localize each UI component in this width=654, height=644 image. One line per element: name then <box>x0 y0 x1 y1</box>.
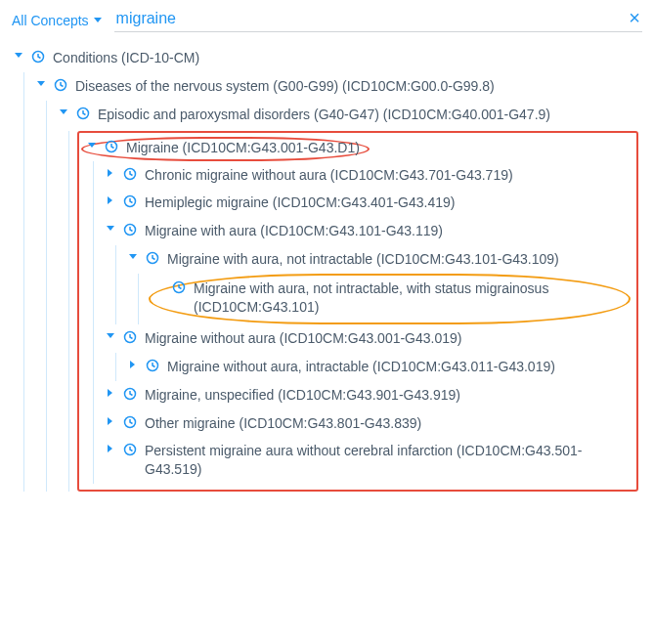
search-input[interactable] <box>114 8 642 29</box>
tree-node-with-aura: Migraine with aura (ICD10CM:G43.101-G43.… <box>104 217 631 324</box>
clock-icon <box>31 50 47 65</box>
clock-icon <box>76 107 92 122</box>
row-migraine[interactable]: Migraine (ICD10CM:G43.001-G43.D1) <box>81 137 370 161</box>
node-label: Hemiplegic migraine (ICD10CM:G43.401-G43… <box>145 193 455 212</box>
row-nervous-system[interactable]: Diseases of the nervous system (G00-G99)… <box>34 72 642 101</box>
row-with-aura[interactable]: Migraine with aura (ICD10CM:G43.101-G43.… <box>104 217 631 245</box>
clock-icon <box>172 280 188 296</box>
node-label: Migraine with aura, not intractable, wit… <box>194 279 623 317</box>
topbar: All Concepts × <box>12 8 642 32</box>
clock-icon <box>105 140 120 155</box>
row-persistent[interactable]: Persistent migraine aura without cerebra… <box>104 437 631 484</box>
row-conditions[interactable]: Conditions (ICD-10-CM) <box>12 44 642 72</box>
highlight-orange-ellipse: Migraine with aura, not intractable, wit… <box>149 274 631 324</box>
chevron-down-icon[interactable] <box>104 224 117 234</box>
tree-node-without-aura-intractable: Migraine without aura, intractable (ICD1… <box>126 353 631 381</box>
clear-icon[interactable]: × <box>629 8 640 27</box>
node-label: Migraine with aura (ICD10CM:G43.101-G43.… <box>145 222 443 240</box>
node-label: Migraine (ICD10CM:G43.001-G43.D1) <box>126 139 360 157</box>
row-episodic[interactable]: Episodic and paroxysmal disorders (G40-G… <box>57 101 642 129</box>
chevron-right-icon[interactable] <box>104 388 117 398</box>
row-status-migrainosus[interactable]: Migraine with aura, not intractable, wit… <box>153 278 623 319</box>
node-label: Migraine, unspecified (ICD10CM:G43.901-G… <box>145 386 460 405</box>
clock-icon <box>123 223 139 238</box>
tree-node-not-intractable: Migraine with aura, not intractable (ICD… <box>126 245 631 324</box>
row-not-intractable[interactable]: Migraine with aura, not intractable (ICD… <box>126 245 631 274</box>
row-hemiplegic[interactable]: Hemiplegic migraine (ICD10CM:G43.401-G43… <box>104 189 631 217</box>
tree-node-conditions: Conditions (ICD-10-CM) Diseases of the n… <box>12 44 642 492</box>
chevron-right-icon[interactable] <box>104 444 117 453</box>
clock-icon <box>123 387 139 403</box>
chevron-down-icon[interactable] <box>104 331 117 341</box>
node-label: Other migraine (ICD10CM:G43.801-G43.839) <box>145 414 421 433</box>
clock-icon <box>123 415 139 431</box>
chevron-right-icon[interactable] <box>126 360 140 369</box>
tree-node-hemiplegic: Hemiplegic migraine (ICD10CM:G43.401-G43… <box>104 189 631 217</box>
tree-node-episodic: Episodic and paroxysmal disorders (G40-G… <box>57 101 642 492</box>
caret-down-icon <box>93 13 103 28</box>
row-unspecified[interactable]: Migraine, unspecified (ICD10CM:G43.901-G… <box>104 381 631 409</box>
row-chronic[interactable]: Chronic migraine without aura (ICD10CM:G… <box>104 161 631 190</box>
tree-node-persistent: Persistent migraine aura without cerebra… <box>104 437 631 484</box>
clock-icon <box>54 78 69 94</box>
tree-node-migraine: Migraine (ICD10CM:G43.001-G43.D1) <box>81 137 631 485</box>
clock-icon <box>123 194 139 210</box>
chevron-right-icon[interactable] <box>104 168 117 178</box>
chevron-down-icon[interactable] <box>12 51 25 61</box>
tree-node-other: Other migraine (ICD10CM:G43.801-G43.839) <box>104 409 631 438</box>
row-other[interactable]: Other migraine (ICD10CM:G43.801-G43.839) <box>104 409 631 438</box>
search-field-wrap: × <box>114 8 642 32</box>
chevron-down-icon[interactable] <box>57 107 70 117</box>
node-label: Migraine with aura, not intractable (ICD… <box>167 250 559 269</box>
chevron-down-icon[interactable] <box>34 79 48 89</box>
row-without-aura-intractable[interactable]: Migraine without aura, intractable (ICD1… <box>126 353 631 381</box>
row-without-aura[interactable]: Migraine without aura (ICD10CM:G43.001-G… <box>104 324 631 353</box>
chevron-down-icon[interactable] <box>85 141 99 150</box>
node-label: Conditions (ICD-10-CM) <box>53 49 199 67</box>
node-label: Episodic and paroxysmal disorders (G40-G… <box>98 106 550 124</box>
tree-node-chronic: Chronic migraine without aura (ICD10CM:G… <box>104 161 631 190</box>
node-label: Persistent migraine aura without cerebra… <box>145 442 631 479</box>
tree-node-nervous-system: Diseases of the nervous system (G00-G99)… <box>34 72 642 492</box>
node-label: Chronic migraine without aura (ICD10CM:G… <box>145 166 513 185</box>
node-label: Migraine without aura, intractable (ICD1… <box>167 358 555 376</box>
dropdown-label: All Concepts <box>12 13 89 28</box>
node-label: Migraine without aura (ICD10CM:G43.001-G… <box>145 329 462 348</box>
node-label: Diseases of the nervous system (G00-G99)… <box>75 77 495 96</box>
chevron-right-icon[interactable] <box>104 416 117 426</box>
concept-tree: Conditions (ICD-10-CM) Diseases of the n… <box>12 44 642 492</box>
highlight-red-box: Migraine (ICD10CM:G43.001-G43.D1) <box>77 131 638 493</box>
clock-icon <box>146 359 161 374</box>
concepts-dropdown[interactable]: All Concepts <box>12 13 103 28</box>
clock-icon <box>123 330 139 346</box>
chevron-down-icon[interactable] <box>126 252 140 262</box>
clock-icon <box>123 167 139 183</box>
tree-node-unspecified: Migraine, unspecified (ICD10CM:G43.901-G… <box>104 381 631 409</box>
clock-icon <box>146 251 161 267</box>
clock-icon <box>123 443 139 458</box>
chevron-right-icon[interactable] <box>104 195 117 205</box>
tree-node-without-aura: Migraine without aura (ICD10CM:G43.001-G… <box>104 324 631 381</box>
